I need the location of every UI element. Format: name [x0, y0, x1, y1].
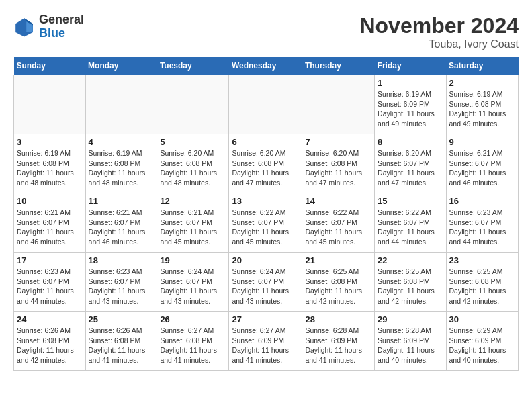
month-title: November 2024: [359, 13, 519, 38]
calendar-cell: 17Sunrise: 6:23 AMSunset: 6:07 PMDayligh…: [14, 253, 86, 312]
calendar-cell: 16Sunrise: 6:23 AMSunset: 6:07 PMDayligh…: [446, 193, 518, 253]
day-detail: Sunrise: 6:20 AMSunset: 6:08 PMDaylight:…: [160, 148, 226, 188]
day-number: 5: [160, 137, 226, 147]
calendar-cell: 29Sunrise: 6:28 AMSunset: 6:09 PMDayligh…: [375, 312, 446, 371]
calendar-cell: 8Sunrise: 6:20 AMSunset: 6:07 PMDaylight…: [375, 134, 446, 193]
calendar-header-row: SundayMondayTuesdayWednesdayThursdayFrid…: [14, 57, 519, 75]
day-detail: Sunrise: 6:23 AMSunset: 6:07 PMDaylight:…: [89, 267, 154, 306]
calendar-week-1: 1Sunrise: 6:19 AMSunset: 6:09 PMDaylight…: [14, 75, 519, 134]
day-number: 29: [378, 314, 443, 324]
day-number: 17: [17, 255, 83, 265]
day-number: 25: [89, 314, 154, 324]
calendar-header-monday: Monday: [85, 57, 157, 75]
day-detail: Sunrise: 6:19 AMSunset: 6:09 PMDaylight:…: [378, 89, 443, 129]
day-detail: Sunrise: 6:29 AMSunset: 6:09 PMDaylight:…: [449, 326, 515, 365]
day-detail: Sunrise: 6:25 AMSunset: 6:08 PMDaylight:…: [449, 267, 515, 306]
calendar-cell: 27Sunrise: 6:27 AMSunset: 6:09 PMDayligh…: [229, 312, 302, 371]
calendar-cell: 25Sunrise: 6:26 AMSunset: 6:08 PMDayligh…: [85, 312, 157, 371]
calendar-cell: 15Sunrise: 6:22 AMSunset: 6:07 PMDayligh…: [375, 193, 446, 253]
day-detail: Sunrise: 6:21 AMSunset: 6:07 PMDaylight:…: [89, 208, 154, 247]
calendar-cell: 7Sunrise: 6:20 AMSunset: 6:08 PMDaylight…: [302, 134, 375, 193]
day-number: 3: [17, 137, 83, 147]
day-detail: Sunrise: 6:22 AMSunset: 6:07 PMDaylight:…: [232, 208, 299, 247]
day-number: 9: [449, 137, 515, 147]
calendar-cell: [14, 75, 86, 134]
calendar-cell: [157, 75, 229, 134]
day-detail: Sunrise: 6:22 AMSunset: 6:07 PMDaylight:…: [305, 208, 371, 247]
day-number: 22: [378, 255, 443, 265]
page-header: General Blue November 2024 Touba, Ivory …: [13, 13, 519, 50]
day-number: 13: [232, 196, 299, 206]
calendar-cell: 2Sunrise: 6:19 AMSunset: 6:08 PMDaylight…: [446, 75, 518, 134]
calendar-cell: 9Sunrise: 6:21 AMSunset: 6:07 PMDaylight…: [446, 134, 518, 193]
day-number: 8: [378, 137, 443, 147]
day-detail: Sunrise: 6:27 AMSunset: 6:08 PMDaylight:…: [160, 326, 226, 365]
day-detail: Sunrise: 6:26 AMSunset: 6:08 PMDaylight:…: [89, 326, 154, 365]
day-number: 24: [17, 314, 83, 324]
day-detail: Sunrise: 6:21 AMSunset: 6:07 PMDaylight:…: [449, 148, 515, 188]
calendar-cell: 24Sunrise: 6:26 AMSunset: 6:08 PMDayligh…: [14, 312, 86, 371]
calendar-cell: [302, 75, 375, 134]
day-detail: Sunrise: 6:28 AMSunset: 6:09 PMDaylight:…: [378, 326, 443, 365]
day-number: 26: [160, 314, 226, 324]
day-detail: Sunrise: 6:19 AMSunset: 6:08 PMDaylight:…: [449, 89, 515, 129]
calendar-header-wednesday: Wednesday: [229, 57, 302, 75]
calendar-week-2: 3Sunrise: 6:19 AMSunset: 6:08 PMDaylight…: [14, 134, 519, 193]
day-number: 4: [89, 137, 154, 147]
day-detail: Sunrise: 6:28 AMSunset: 6:09 PMDaylight:…: [305, 326, 371, 365]
day-detail: Sunrise: 6:20 AMSunset: 6:08 PMDaylight:…: [232, 148, 299, 188]
day-number: 14: [305, 196, 371, 206]
day-number: 21: [305, 255, 371, 265]
day-number: 6: [232, 137, 299, 147]
calendar-cell: 23Sunrise: 6:25 AMSunset: 6:08 PMDayligh…: [446, 253, 518, 312]
day-number: 7: [305, 137, 371, 147]
location: Touba, Ivory Coast: [359, 38, 519, 50]
calendar-cell: 26Sunrise: 6:27 AMSunset: 6:08 PMDayligh…: [157, 312, 229, 371]
day-number: 10: [17, 196, 83, 206]
logo-general: General: [39, 13, 84, 26]
day-detail: Sunrise: 6:20 AMSunset: 6:07 PMDaylight:…: [378, 148, 443, 188]
day-detail: Sunrise: 6:26 AMSunset: 6:08 PMDaylight:…: [17, 326, 83, 365]
calendar-cell: 1Sunrise: 6:19 AMSunset: 6:09 PMDaylight…: [375, 75, 446, 134]
day-number: 12: [160, 196, 226, 206]
calendar-week-5: 24Sunrise: 6:26 AMSunset: 6:08 PMDayligh…: [14, 312, 519, 371]
day-detail: Sunrise: 6:23 AMSunset: 6:07 PMDaylight:…: [17, 267, 83, 306]
day-detail: Sunrise: 6:24 AMSunset: 6:07 PMDaylight:…: [232, 267, 299, 306]
day-detail: Sunrise: 6:23 AMSunset: 6:07 PMDaylight:…: [449, 208, 515, 247]
calendar-cell: 28Sunrise: 6:28 AMSunset: 6:09 PMDayligh…: [302, 312, 375, 371]
day-detail: Sunrise: 6:25 AMSunset: 6:08 PMDaylight:…: [305, 267, 371, 306]
day-number: 30: [449, 314, 515, 324]
calendar-cell: 12Sunrise: 6:21 AMSunset: 6:07 PMDayligh…: [157, 193, 229, 253]
day-number: 16: [449, 196, 515, 206]
day-detail: Sunrise: 6:19 AMSunset: 6:08 PMDaylight:…: [17, 148, 83, 188]
day-number: 27: [232, 314, 299, 324]
calendar-cell: 11Sunrise: 6:21 AMSunset: 6:07 PMDayligh…: [85, 193, 157, 253]
logo-text: General Blue: [39, 13, 84, 40]
day-number: 18: [89, 255, 154, 265]
day-number: 2: [449, 78, 515, 88]
logo: General Blue: [13, 13, 84, 40]
day-detail: Sunrise: 6:19 AMSunset: 6:08 PMDaylight:…: [89, 148, 154, 188]
day-detail: Sunrise: 6:20 AMSunset: 6:08 PMDaylight:…: [305, 148, 371, 188]
day-number: 15: [378, 196, 443, 206]
logo-icon: [13, 16, 35, 38]
day-number: 19: [160, 255, 226, 265]
logo-blue: Blue: [39, 26, 65, 40]
calendar-cell: 13Sunrise: 6:22 AMSunset: 6:07 PMDayligh…: [229, 193, 302, 253]
day-number: 11: [89, 196, 154, 206]
calendar-cell: 5Sunrise: 6:20 AMSunset: 6:08 PMDaylight…: [157, 134, 229, 193]
calendar-header-saturday: Saturday: [446, 57, 518, 75]
calendar-cell: 20Sunrise: 6:24 AMSunset: 6:07 PMDayligh…: [229, 253, 302, 312]
calendar-header-sunday: Sunday: [14, 57, 86, 75]
calendar-cell: 18Sunrise: 6:23 AMSunset: 6:07 PMDayligh…: [85, 253, 157, 312]
day-number: 1: [378, 78, 443, 88]
day-number: 28: [305, 314, 371, 324]
calendar-header-friday: Friday: [375, 57, 446, 75]
day-detail: Sunrise: 6:27 AMSunset: 6:09 PMDaylight:…: [232, 326, 299, 365]
calendar-table: SundayMondayTuesdayWednesdayThursdayFrid…: [13, 57, 519, 371]
calendar-week-4: 17Sunrise: 6:23 AMSunset: 6:07 PMDayligh…: [14, 253, 519, 312]
calendar-cell: 10Sunrise: 6:21 AMSunset: 6:07 PMDayligh…: [14, 193, 86, 253]
calendar-cell: 14Sunrise: 6:22 AMSunset: 6:07 PMDayligh…: [302, 193, 375, 253]
calendar-cell: 22Sunrise: 6:25 AMSunset: 6:08 PMDayligh…: [375, 253, 446, 312]
calendar-cell: 6Sunrise: 6:20 AMSunset: 6:08 PMDaylight…: [229, 134, 302, 193]
